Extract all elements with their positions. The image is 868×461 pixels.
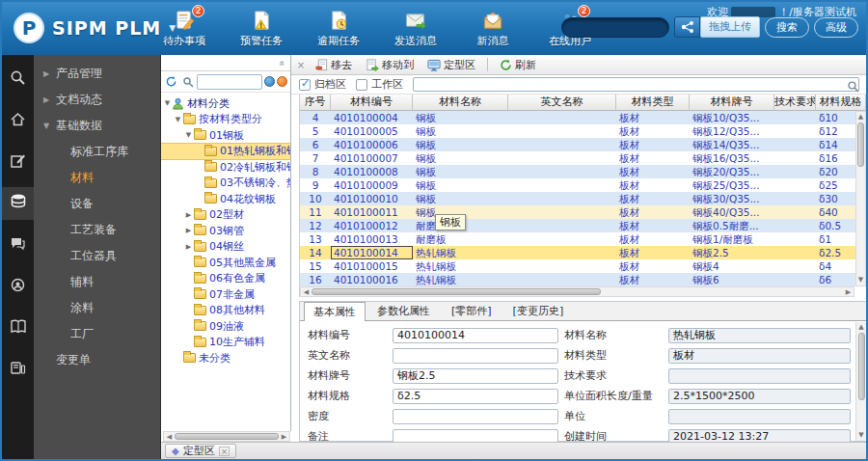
global-search-input[interactable] (561, 17, 669, 38)
cell-en[interactable] (508, 111, 616, 124)
nav-item-基础数据[interactable]: ▼基础数据 (34, 113, 160, 139)
nav-item-文档动态[interactable]: ▶文档动态 (34, 87, 160, 113)
nav-item-材料[interactable]: 材料 (34, 165, 160, 191)
tree-node-02冷轧钢板和钢带[interactable]: 02冷轧钢板和钢带 (161, 159, 290, 176)
scroll-up-icon[interactable]: ▲ (858, 112, 863, 122)
tree-node-09油液[interactable]: 09油液 (161, 318, 290, 335)
tree-horizontal-scrollbar[interactable]: ◀ ▶ (163, 431, 290, 442)
cell-code[interactable]: 4010100008 (331, 165, 413, 178)
cell-en[interactable] (508, 192, 616, 205)
panel-collapse-icon[interactable]: × (295, 60, 307, 70)
cell-en[interactable] (508, 124, 616, 138)
cell-no[interactable]: 6 (300, 138, 331, 151)
remove-button[interactable]: 移去 (311, 57, 357, 73)
cell-en[interactable] (508, 232, 616, 246)
tree-node-07非金属[interactable]: 07非金属 (161, 286, 290, 303)
cell-no[interactable]: 14 (300, 246, 331, 259)
cell-tech[interactable] (774, 219, 816, 232)
cell-code[interactable]: 4010100004 (331, 111, 413, 124)
table-horizontal-scrollbar[interactable]: ◀ ▶ (300, 286, 854, 297)
field-value-技术要求[interactable] (668, 368, 851, 384)
rail-button-database[interactable] (2, 187, 34, 220)
field-value-单位面积长度/重量[interactable]: 2.5*1500*2500 (668, 389, 851, 404)
cell-code[interactable]: 4010100005 (331, 124, 413, 138)
cell-tech[interactable] (774, 165, 816, 178)
tree-node-材料分类[interactable]: ▼材料分类 (161, 95, 290, 112)
cell-code[interactable]: 4010100011 (331, 205, 413, 219)
cell-type[interactable]: 板材 (616, 124, 690, 138)
tree-search-input[interactable] (197, 74, 262, 90)
scroll-thumb[interactable] (312, 288, 601, 295)
table-row[interactable]: 74010100007钢板板材钢板16/Q35...δ16 (300, 151, 866, 165)
tree-arrow-icon[interactable]: ▶ (184, 243, 193, 251)
drag-upload-button[interactable]: 拖拽上传 (700, 16, 760, 38)
cell-type[interactable]: 板材 (616, 273, 690, 286)
field-value-材料规格[interactable]: δ2.5 (393, 389, 558, 404)
toolbar-item-warning-tasks[interactable]: 预警任务 (235, 8, 287, 48)
tree-node-10生产辅料[interactable]: 10生产辅料 (161, 335, 290, 351)
column-header-材料规格[interactable]: 材料规格 (816, 95, 866, 111)
tab-[零部件][interactable]: [零部件] (442, 301, 502, 320)
column-header-序号[interactable]: 序号 (300, 95, 331, 111)
cell-name[interactable]: 热轧钢板 (413, 259, 508, 273)
tree-filter-button[interactable] (277, 76, 287, 87)
cell-name[interactable]: 耐磨板 (413, 232, 508, 246)
cell-code[interactable]: 4010100013 (331, 232, 413, 246)
nav-item-涂料[interactable]: 涂料 (34, 295, 160, 321)
cell-code[interactable]: 4010100014 (331, 246, 413, 259)
cell-tech[interactable] (774, 246, 816, 259)
tree-arrow-icon[interactable]: ▼ (174, 116, 182, 123)
toolbar-item-todo[interactable]: 待办事项2 (158, 8, 210, 48)
table-row[interactable]: 104010100010钢板板材钢板30/Q35...δ30 (300, 192, 866, 205)
cell-en[interactable] (508, 165, 616, 178)
cell-type[interactable]: 板材 (616, 232, 690, 246)
scroll-thumb[interactable] (175, 433, 279, 440)
close-icon[interactable]: × (219, 447, 231, 456)
tree-node-04钢丝[interactable]: ▶04钢丝 (161, 239, 290, 256)
toolbar-item-send-message[interactable]: 发送消息 (390, 8, 442, 48)
tree-node-03不锈钢冷、热轧钢板[interactable]: 03不锈钢冷、热轧钢板 (161, 176, 290, 192)
tree-locate-icon[interactable] (180, 74, 195, 89)
tab-参数化属性[interactable]: 参数化属性 (367, 301, 440, 320)
cell-tech[interactable] (774, 205, 816, 219)
tree-node-01热轧钢板和钢带[interactable]: 01热轧钢板和钢带 (161, 144, 290, 160)
field-value-材料牌号[interactable]: 钢板2.5 (393, 368, 558, 384)
field-value-密度[interactable] (393, 409, 558, 424)
cell-tech[interactable] (774, 124, 816, 138)
tree-node-03钢管[interactable]: ▶03钢管 (161, 223, 290, 239)
cell-code[interactable]: 4010100006 (331, 138, 413, 151)
cell-grade[interactable]: 钢板40/Q35... (690, 205, 774, 219)
field-value-英文名称[interactable] (393, 348, 558, 364)
cell-en[interactable] (508, 219, 616, 232)
cell-grade[interactable]: 钢板10/Q35... (690, 111, 774, 124)
tree-arrow-icon[interactable]: ▶ (184, 227, 193, 234)
table-row[interactable]: 84010100008钢板板材钢板20/Q35...δ20 (300, 165, 866, 178)
cell-name[interactable]: 钢板 (413, 192, 508, 205)
cell-no[interactable]: 12 (300, 219, 331, 232)
cell-no[interactable]: 13 (300, 232, 331, 246)
cell-en[interactable] (508, 138, 616, 151)
table-filter-input[interactable] (413, 77, 859, 92)
rail-button-chat[interactable] (2, 229, 34, 261)
scroll-right-icon[interactable]: ▶ (279, 433, 289, 441)
advanced-search-button[interactable]: 高级 (814, 17, 858, 38)
nav-item-工厂[interactable]: 工厂 (34, 321, 160, 347)
cell-tech[interactable] (774, 232, 816, 246)
rail-button-service[interactable] (2, 270, 34, 303)
cell-name[interactable]: 钢板 (413, 165, 508, 178)
nav-item-辅料[interactable]: 辅料 (34, 269, 160, 295)
rail-button-device[interactable] (2, 353, 34, 386)
cell-type[interactable]: 板材 (616, 259, 690, 273)
cell-type[interactable]: 板材 (616, 151, 690, 165)
checkbox-工作区[interactable] (356, 79, 367, 91)
checkbox-归档区[interactable] (299, 79, 311, 91)
cell-tech[interactable] (774, 273, 816, 286)
nav-item-设备[interactable]: 设备 (34, 191, 160, 217)
table-row[interactable]: 154010100015热轧钢板板材钢板4δ4 (300, 259, 866, 273)
scroll-thumb[interactable] (858, 333, 865, 400)
cell-code[interactable]: 4010100010 (331, 192, 413, 205)
cell-no[interactable]: 4 (300, 111, 331, 124)
field-value-单位[interactable] (668, 409, 851, 424)
cell-grade[interactable]: 钢板4 (690, 259, 774, 273)
detail-vertical-scrollbar[interactable]: ▲ ▼ (855, 322, 866, 441)
